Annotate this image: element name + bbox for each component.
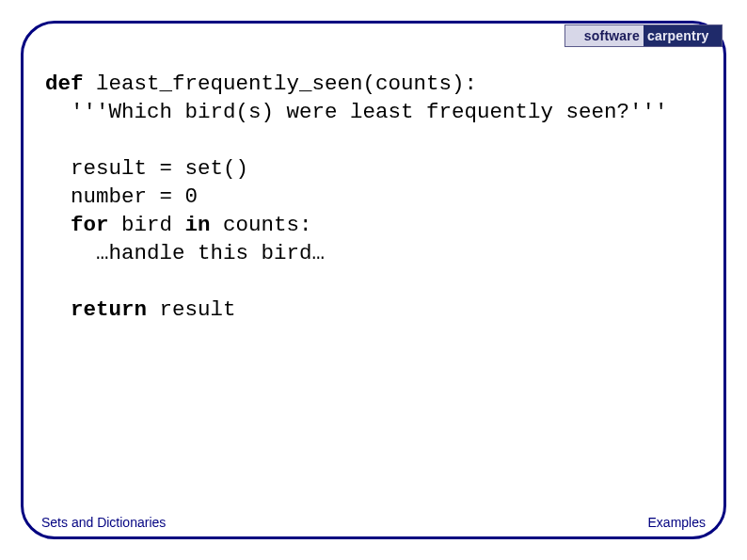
code-text: number = 0 (45, 184, 198, 209)
code-indent (45, 297, 71, 322)
code-text: counts: (211, 213, 312, 237)
code-text: least_frequently_seen(counts): (84, 72, 478, 96)
logo-right: carpentry (644, 25, 722, 46)
code-text: …handle this bird… (45, 241, 325, 265)
keyword-def: def (45, 72, 84, 96)
code-indent (45, 213, 71, 237)
footer-right: Examples (648, 515, 706, 530)
software-carpentry-logo: software carpentry (564, 24, 723, 47)
keyword-in: in (185, 213, 211, 237)
code-text: bird (109, 213, 185, 237)
keyword-for: for (71, 213, 109, 237)
logo-left: software (565, 25, 644, 46)
slide: software carpentry def least_frequently_… (0, 0, 747, 560)
keyword-return: return (71, 297, 147, 322)
footer-left: Sets and Dictionaries (41, 515, 166, 530)
code-block: def least_frequently_seen(counts): '''Wh… (45, 70, 709, 324)
code-text: result (147, 297, 236, 322)
code-text: result = set() (45, 156, 248, 181)
code-text: '''Which bird(s) were least frequently s… (45, 100, 668, 124)
